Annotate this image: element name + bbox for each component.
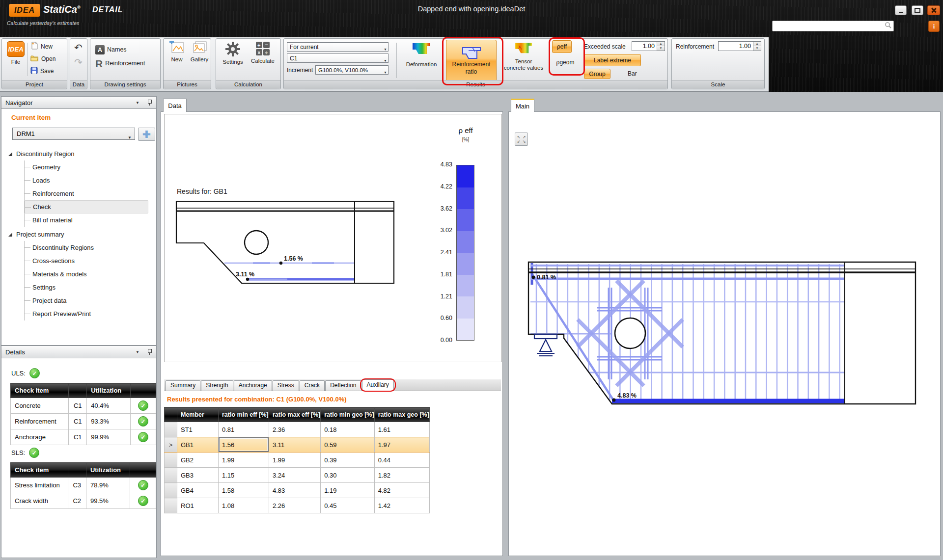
tree-expander-icon[interactable] xyxy=(8,152,12,156)
column-header[interactable] xyxy=(165,407,177,422)
results-scope-combo[interactable]: For current▼ xyxy=(287,42,388,52)
redo-button[interactable]: ↷ xyxy=(74,57,83,67)
table-row-st1[interactable]: ST10.812.360.181.61 xyxy=(165,422,430,437)
row-selector-cell[interactable] xyxy=(165,468,177,483)
picture-gallery-button[interactable]: Gallery xyxy=(189,41,210,63)
combination-cell: C1 xyxy=(69,429,87,445)
pin-icon[interactable] xyxy=(146,348,152,355)
column-header[interactable]: ratio max geo [%] xyxy=(374,407,429,422)
table-row[interactable]: AnchorageC199.9%✓ xyxy=(11,429,156,445)
zoom-to-fit-button[interactable]: ↖↗ ↙↘ xyxy=(515,133,528,146)
tree-root-project-summary[interactable]: Project summary xyxy=(6,228,153,241)
names-toggle[interactable]: A Names xyxy=(95,45,127,54)
ribbon: IDEA File ✶ New Open Save Project ↶ ↷ Da… xyxy=(0,37,769,92)
tab-deflection[interactable]: Deflection xyxy=(325,380,361,391)
sidebar-item-cross-sections[interactable]: Cross-sections xyxy=(25,254,148,267)
label-extreme-button[interactable]: Label extreme xyxy=(584,54,641,66)
panel-menu-icon[interactable]: ▼ xyxy=(136,350,139,354)
increment-combo[interactable]: G100.0%, V100.0%▼ xyxy=(315,65,388,75)
tree-root-discontinuity-region[interactable]: Discontinuity Region xyxy=(6,147,153,160)
table-row-gb4[interactable]: GB41.584.831.194.82 xyxy=(165,483,430,498)
tensor-concrete-values-button[interactable]: Tensor concrete values xyxy=(501,40,546,71)
table-row-ro1[interactable]: RO11.082.260.451.42 xyxy=(165,498,430,513)
settings-button[interactable]: Settings xyxy=(219,41,247,65)
utilization-cell: 93.3% xyxy=(87,414,131,429)
member-cell: RO1 xyxy=(177,498,219,513)
tab-anchorage[interactable]: Anchorage xyxy=(234,380,272,391)
data-result-canvas[interactable]: Results for: GB1 1.56 % 3.11 % ρ eff xyxy=(164,114,502,362)
sidebar-item-reinforcement[interactable]: Reinforcement xyxy=(25,187,148,200)
row-selector-cell[interactable] xyxy=(165,453,177,468)
row-selector-cell[interactable] xyxy=(165,483,177,498)
info-button[interactable]: i xyxy=(928,21,940,32)
ratio-label-mid: 1.56 % xyxy=(284,255,303,262)
maximize-button[interactable] xyxy=(912,5,923,15)
current-item-combo[interactable]: DRM1▼ xyxy=(12,128,135,140)
tab-stress[interactable]: Stress xyxy=(273,380,299,391)
picture-new-button[interactable]: New xyxy=(166,41,188,63)
sidebar-item-geometry[interactable]: Geometry xyxy=(25,160,148,174)
close-button[interactable] xyxy=(927,5,940,15)
spin-down-icon[interactable]: ▼ xyxy=(753,46,761,51)
row-selector-cell[interactable] xyxy=(165,498,177,513)
spin-down-icon[interactable]: ▼ xyxy=(657,46,665,51)
spin-up-icon[interactable]: ▲ xyxy=(657,42,665,46)
column-header[interactable]: ratio max eff [%] xyxy=(269,407,321,422)
pin-icon[interactable] xyxy=(146,99,152,106)
sidebar-item-discontinuity-regions[interactable]: Discontinuity Regions xyxy=(25,241,148,254)
legend-tick-label: 1.21 xyxy=(431,293,452,300)
open-project-button[interactable]: Open xyxy=(30,54,55,63)
table-row-gb1[interactable]: >GB11.563.110.591.97 xyxy=(165,437,430,453)
tree-expander-icon[interactable] xyxy=(8,233,12,237)
sidebar-item-check[interactable]: Check xyxy=(25,200,148,213)
rho-eff-button[interactable]: ρeff xyxy=(552,40,572,53)
undo-button[interactable]: ↶ xyxy=(74,43,83,53)
annotation-auxiliary-tab xyxy=(360,378,396,392)
column-header[interactable]: Member xyxy=(177,407,219,422)
tab-main[interactable]: Main xyxy=(511,99,534,112)
sidebar-item-project-data[interactable]: Project data xyxy=(25,294,148,307)
new-project-button[interactable]: ✶ New xyxy=(30,42,53,51)
column-header[interactable]: ratio min geo [%] xyxy=(321,407,374,422)
reinforcement-scale-spinner[interactable]: 1.00 ▲▼ xyxy=(718,41,761,51)
ribbon-group-scale: Reinforcement 1.00 ▲▼ Scale xyxy=(671,38,765,89)
calculate-button[interactable]: +− ×÷ Calculate xyxy=(248,41,278,64)
sidebar-item-materials-models[interactable]: Materials & models xyxy=(25,267,148,281)
exceeded-scale-spinner[interactable]: 1.00 ▲▼ xyxy=(632,41,665,51)
search-input[interactable] xyxy=(773,22,885,30)
row-selector-cell[interactable] xyxy=(165,422,177,437)
rho-geom-button[interactable]: ρgeom xyxy=(552,56,579,69)
file-button[interactable]: IDEA File xyxy=(6,41,26,76)
add-item-button[interactable]: ✚ xyxy=(138,128,155,141)
main-beam-drawing[interactable]: 0.81 % 4.83 % xyxy=(509,112,940,556)
tab-auxiliary[interactable]: Auxiliary xyxy=(362,379,394,391)
save-button[interactable]: Save xyxy=(30,67,54,76)
sidebar-item-bill-of-material[interactable]: Bill of material xyxy=(25,213,148,227)
tab-summary[interactable]: Summary xyxy=(166,380,200,391)
spin-up-icon[interactable]: ▲ xyxy=(753,42,761,46)
tab-data[interactable]: Data xyxy=(163,99,187,112)
reinforcement-r-icon: R xyxy=(95,59,103,68)
table-row[interactable]: Crack widthC299.5%✓ xyxy=(11,493,156,509)
group-button[interactable]: Group xyxy=(584,69,610,79)
tab-strength[interactable]: Strength xyxy=(201,380,233,391)
deformation-button[interactable]: Deformation xyxy=(402,40,441,68)
tree-children: Discontinuity RegionsCross-sectionsMater… xyxy=(24,241,153,320)
sidebar-item-loads[interactable]: Loads xyxy=(25,174,148,187)
table-row-gb3[interactable]: GB31.153.240.301.82 xyxy=(165,468,430,483)
reinforcement-ratio-button[interactable]: Reinforcement ratio xyxy=(446,40,497,81)
sidebar-item-settings[interactable]: Settings xyxy=(25,281,148,294)
table-row-gb2[interactable]: GB21.991.990.390.44 xyxy=(165,453,430,468)
column-header[interactable]: ratio min eff [%] xyxy=(219,407,269,422)
sidebar-item-report-preview-print[interactable]: Report Preview/Print xyxy=(25,307,148,320)
row-selector-cell[interactable]: > xyxy=(165,437,177,453)
panel-menu-icon[interactable]: ▼ xyxy=(136,101,139,105)
table-row[interactable]: ReinforcementC193.3%✓ xyxy=(11,414,156,429)
reinforcement-drawing-toggle[interactable]: R Reinforcement xyxy=(95,59,145,68)
table-row[interactable]: Stress limitationC378.9%✓ xyxy=(11,478,156,493)
combination-combo[interactable]: C1▼ xyxy=(287,53,388,63)
tab-crack[interactable]: Crack xyxy=(300,380,325,391)
minimize-button[interactable] xyxy=(895,5,907,15)
table-row[interactable]: ConcreteC140.4%✓ xyxy=(11,398,156,414)
svg-text:×: × xyxy=(258,50,261,55)
